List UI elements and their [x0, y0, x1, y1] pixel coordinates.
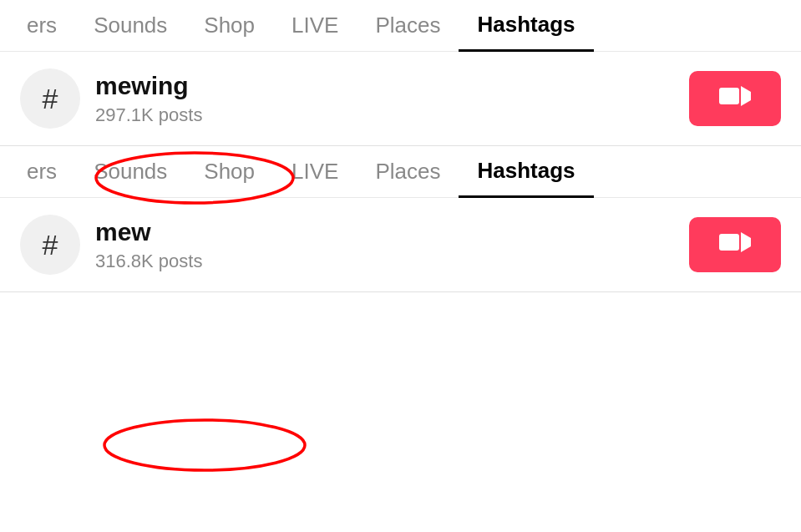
camera-icon-mewing — [719, 84, 751, 114]
result-info-mew: mew 316.8K posts — [95, 217, 689, 272]
result-meta-mew: 316.8K posts — [95, 251, 202, 272]
tab-users-1[interactable]: ers — [8, 0, 75, 51]
tab-places-2[interactable]: Places — [357, 146, 459, 197]
svg-rect-2 — [719, 234, 739, 251]
tab-live-2[interactable]: LIVE — [273, 146, 357, 197]
tab-users-2[interactable]: ers — [8, 146, 75, 197]
video-button-mew[interactable] — [689, 217, 781, 272]
tab-shop-2[interactable]: Shop — [185, 146, 273, 197]
section-1: ers Sounds Shop LIVE Places Hashtags # m… — [0, 0, 801, 146]
svg-marker-1 — [741, 86, 751, 106]
tab-places-1[interactable]: Places — [357, 0, 459, 51]
tab-hashtags-2[interactable]: Hashtags — [459, 147, 593, 198]
result-name-mewing: mewing — [95, 71, 689, 101]
tab-sounds-2[interactable]: Sounds — [75, 146, 185, 197]
tab-sounds-1[interactable]: Sounds — [75, 0, 185, 51]
svg-rect-0 — [719, 88, 739, 104]
nav-bar-2: ers Sounds Shop LIVE Places Hashtags — [0, 146, 801, 198]
tab-hashtags-1[interactable]: Hashtags — [459, 1, 593, 52]
tab-shop-1[interactable]: Shop — [185, 0, 273, 51]
result-name-mew: mew — [95, 217, 689, 247]
result-row-mew: # mew 316.8K posts — [0, 198, 801, 291]
nav-bar-1: ers Sounds Shop LIVE Places Hashtags — [0, 0, 801, 52]
hashtag-icon-mew: # — [20, 215, 80, 275]
camera-icon-mew — [719, 230, 751, 261]
svg-point-5 — [104, 420, 305, 470]
tab-live-1[interactable]: LIVE — [273, 0, 357, 51]
section-2: ers Sounds Shop LIVE Places Hashtags # m… — [0, 146, 801, 292]
result-row-mewing: # mewing 297.1K posts — [0, 52, 801, 145]
result-info-mewing: mewing 297.1K posts — [95, 71, 689, 126]
result-meta-mewing: 297.1K posts — [95, 104, 202, 126]
hashtag-icon-mewing: # — [20, 68, 80, 129]
svg-marker-3 — [741, 232, 751, 252]
video-button-mewing[interactable] — [689, 71, 781, 126]
